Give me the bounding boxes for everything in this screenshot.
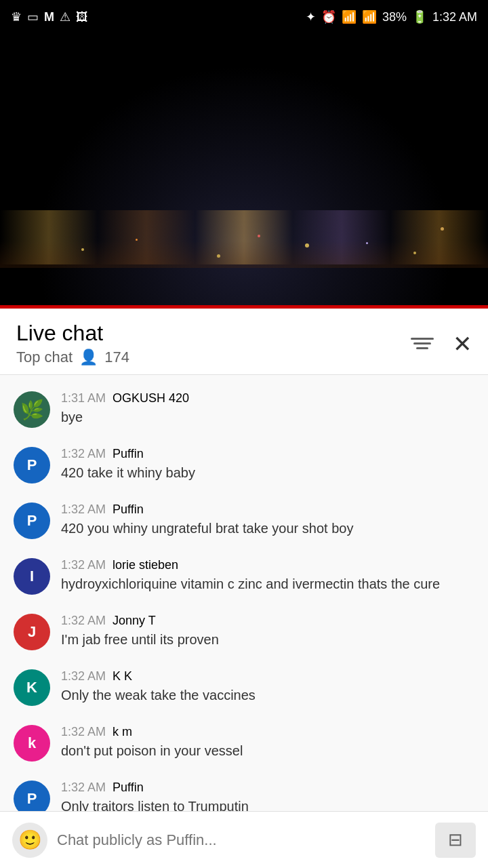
message-username[interactable]: k m xyxy=(113,725,132,739)
message-meta: 1:32 AMJonny T xyxy=(61,614,474,628)
avatar: I xyxy=(14,558,50,595)
message-content: 1:32 AMk mdon't put poison in your vesse… xyxy=(61,725,474,760)
message-content: 1:32 AMPuffin420 you whiny ungrateful br… xyxy=(61,502,474,538)
chat-message-1: 🌿1:31 AMOGKUSH 420bye xyxy=(0,382,488,437)
battery-icon: 🔋 xyxy=(412,9,427,24)
message-username[interactable]: lorie stieben xyxy=(113,558,178,572)
message-content: 1:32 AMPuffin420 take it whiny baby xyxy=(61,447,474,482)
chat-input[interactable] xyxy=(57,831,426,849)
message-username[interactable]: Puffin xyxy=(113,502,144,517)
avatar: P xyxy=(14,447,50,484)
message-meta: 1:32 AMlorie stieben xyxy=(61,558,474,572)
chat-header-right: ✕ xyxy=(411,330,472,357)
avatar: J xyxy=(14,614,50,650)
horizon-glow xyxy=(0,241,488,268)
message-text: don't put poison in your vessel xyxy=(61,741,474,760)
message-meta: 1:32 AMPuffin xyxy=(61,502,474,517)
person-icon: 👤 xyxy=(79,349,98,366)
chat-header-left: Live chat Top chat 👤 174 xyxy=(16,321,129,366)
message-text: hydroyxichloriquine vitamin c zinc and i… xyxy=(61,574,474,593)
message-username[interactable]: Puffin xyxy=(113,447,144,461)
message-meta: 1:32 AMPuffin xyxy=(61,447,474,461)
message-username[interactable]: OGKUSH 420 xyxy=(113,391,189,406)
viewer-count: 174 xyxy=(104,349,129,366)
light-dot xyxy=(258,235,260,237)
light-dot xyxy=(441,227,444,231)
message-time: 1:32 AM xyxy=(61,781,106,795)
video-player[interactable] xyxy=(0,34,488,305)
send-icon: ⊟ xyxy=(448,829,463,850)
message-text: 420 you whiny ungrateful brat take your … xyxy=(61,519,474,538)
status-icons-left: ♛ ▭ M ⚠ 🖼 xyxy=(11,9,88,24)
avatar: K xyxy=(14,669,50,706)
message-time: 1:32 AM xyxy=(61,669,106,684)
message-content: 1:32 AMJonny TI'm jab free until its pro… xyxy=(61,614,474,649)
clock: 1:32 AM xyxy=(432,10,477,24)
filter-button[interactable] xyxy=(411,338,434,349)
chat-message-5: J1:32 AMJonny TI'm jab free until its pr… xyxy=(0,604,488,660)
m-icon: M xyxy=(44,10,54,24)
chat-message-7: k1:32 AMk mdon't put poison in your vess… xyxy=(0,715,488,771)
chat-message-3: P1:32 AMPuffin420 you whiny ungrateful b… xyxy=(0,493,488,549)
chat-message-6: K1:32 AMK KOnly the weak take the vaccin… xyxy=(0,660,488,715)
message-time: 1:32 AM xyxy=(61,558,106,572)
chat-sub: Top chat 👤 174 xyxy=(16,349,129,366)
status-bar: ♛ ▭ M ⚠ 🖼 ✦ ⏰ 📶 📶 38% 🔋 1:32 AM xyxy=(0,0,488,34)
chat-messages: 🌿1:31 AMOGKUSH 420byeP1:32 AMPuffin420 t… xyxy=(0,375,488,833)
message-text: I'm jab free until its proven xyxy=(61,630,474,649)
image-icon: 🖼 xyxy=(76,10,88,24)
signal-icon: 📶 xyxy=(362,9,377,24)
message-meta: 1:32 AMPuffin xyxy=(61,781,474,795)
message-time: 1:32 AM xyxy=(61,614,106,628)
filter-line-2 xyxy=(413,342,431,344)
chat-message-2: P1:32 AMPuffin420 take it whiny baby xyxy=(0,437,488,493)
message-time: 1:32 AM xyxy=(61,725,106,739)
alarm-icon: ⏰ xyxy=(321,9,336,24)
top-chat-label[interactable]: Top chat xyxy=(16,349,73,366)
message-content: 1:32 AMlorie stiebenhydroyxichloriquine … xyxy=(61,558,474,593)
wifi-icon: 📶 xyxy=(342,9,357,24)
message-meta: 1:32 AMk m xyxy=(61,725,474,739)
message-username[interactable]: Puffin xyxy=(113,781,144,795)
chat-message-4: I1:32 AMlorie stiebenhydroyxichloriquine… xyxy=(0,549,488,604)
status-icons-right: ✦ ⏰ 📶 📶 38% 🔋 1:32 AM xyxy=(306,9,477,24)
message-text: 420 take it whiny baby xyxy=(61,463,474,482)
close-button[interactable]: ✕ xyxy=(453,330,472,357)
avatar: k xyxy=(14,725,50,762)
emoji-button[interactable]: 🙂 xyxy=(12,823,47,858)
video-background xyxy=(0,34,488,305)
message-content: 1:31 AMOGKUSH 420bye xyxy=(61,391,474,427)
send-button[interactable]: ⊟ xyxy=(435,823,476,858)
filter-icon xyxy=(411,338,434,349)
chat-input-area: 🙂 ⊟ xyxy=(0,811,488,868)
bluetooth-icon: ✦ xyxy=(306,9,316,24)
avatar: 🌿 xyxy=(14,391,50,428)
message-meta: 1:31 AMOGKUSH 420 xyxy=(61,391,474,406)
message-time: 1:31 AM xyxy=(61,391,106,406)
warning-icon: ⚠ xyxy=(60,9,70,24)
chat-title: Live chat xyxy=(16,321,129,346)
chat-header: Live chat Top chat 👤 174 ✕ xyxy=(0,309,488,375)
message-time: 1:32 AM xyxy=(61,447,106,461)
filter-line-1 xyxy=(411,338,434,340)
message-meta: 1:32 AMK K xyxy=(61,669,474,684)
message-username[interactable]: K K xyxy=(113,669,132,684)
filter-line-3 xyxy=(416,347,428,349)
message-content: 1:32 AMK KOnly the weak take the vaccine… xyxy=(61,669,474,705)
folder-icon: ▭ xyxy=(27,9,39,24)
avatar: P xyxy=(14,502,50,539)
message-time: 1:32 AM xyxy=(61,502,106,517)
crown-icon: ♛ xyxy=(11,9,22,24)
battery-percent: 38% xyxy=(382,10,407,24)
message-text: bye xyxy=(61,408,474,427)
message-username[interactable]: Jonny T xyxy=(113,614,156,628)
message-text: Only the weak take the vaccines xyxy=(61,686,474,705)
